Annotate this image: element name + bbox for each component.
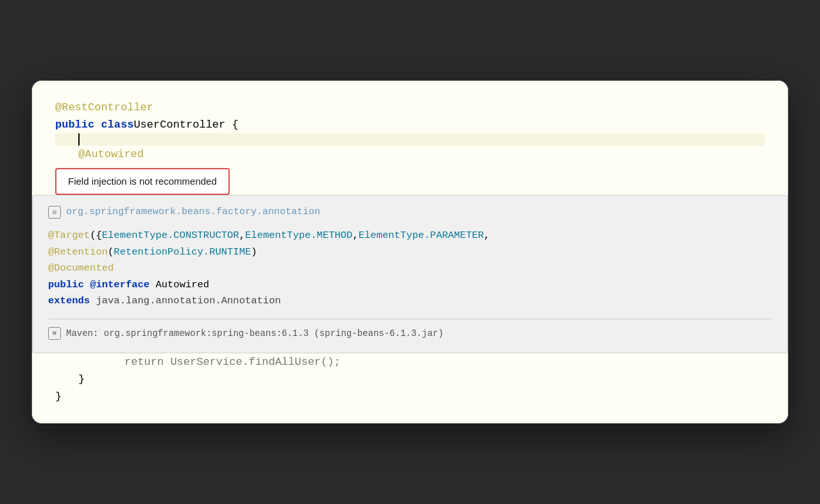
warning-text: Field injection is not recommended xyxy=(68,176,217,187)
top-code-area: @RestController public class UserControl… xyxy=(32,81,788,163)
code-line-class: public class UserController { xyxy=(55,116,765,133)
code-line-annotation: @RestController xyxy=(55,99,765,116)
extends-class: java.lang.annotation.Annotation xyxy=(90,295,281,307)
bottom-code-area: return UserService.findAllUser(); } } xyxy=(32,353,788,424)
code-line-cursor xyxy=(55,133,765,146)
element-type-parameter: ElementType.PARAMETER xyxy=(359,230,484,241)
autowired-name: Autowired xyxy=(149,279,209,290)
maven-icon: ⊞ xyxy=(48,327,61,340)
editor-window: @RestController public class UserControl… xyxy=(31,80,789,424)
bottom-close-brace-1: } xyxy=(55,371,765,388)
class-name: UserController { xyxy=(133,116,238,133)
doc-target-line: @Target({ElementType.CONSTRUCTOR,Element… xyxy=(48,228,772,244)
doc-documented-line: @Documented xyxy=(48,260,772,277)
doc-extends-line: extends java.lang.annotation.Annotation xyxy=(48,293,772,310)
interface-keyword: @interface xyxy=(90,279,149,290)
package-icon: ⊙ xyxy=(48,206,61,219)
package-name: org.springframework.beans.factory.annota… xyxy=(66,206,320,217)
public-keyword: public xyxy=(48,279,84,290)
element-type-method: ElementType.METHOD xyxy=(245,230,352,241)
retention-annotation: @Retention xyxy=(48,246,108,258)
hover-panel: ⊙ org.springframework.beans.factory.anno… xyxy=(32,195,788,353)
maven-text: Maven: org.springframework:spring-beans:… xyxy=(66,328,443,339)
bottom-close-brace-2: } xyxy=(55,388,765,405)
warning-box: Field injection is not recommended xyxy=(55,168,230,195)
documented-annotation: @Documented xyxy=(48,262,114,274)
doc-code-block: @Target({ElementType.CONSTRUCTOR,Element… xyxy=(48,228,772,310)
target-annotation: @Target xyxy=(48,230,90,241)
warning-container: Field injection is not recommended xyxy=(32,163,788,195)
retention-policy: RetentionPolicy.RUNTIME xyxy=(114,246,251,258)
bottom-return-line: return UserService.findAllUser(); xyxy=(55,353,765,371)
maven-line: ⊞ Maven: org.springframework:spring-bean… xyxy=(48,319,772,340)
element-type-constructor: ElementType.CONSTRUCTOR xyxy=(102,230,239,241)
text-cursor xyxy=(78,133,80,146)
doc-retention-line: @Retention(RetentionPolicy.RUNTIME) xyxy=(48,244,772,261)
extends-keyword: extends xyxy=(48,295,90,307)
package-line: ⊙ org.springframework.beans.factory.anno… xyxy=(48,206,772,219)
doc-public-interface-line: public @interface Autowired xyxy=(48,277,772,294)
return-statement: return UserService.findAllUser(); xyxy=(124,353,341,371)
public-class-keyword: public class xyxy=(55,116,133,133)
hover-panel-inner: ⊙ org.springframework.beans.factory.anno… xyxy=(33,196,787,353)
code-line-autowired: @Autowired xyxy=(55,146,765,163)
rest-controller-annotation: @RestController xyxy=(55,99,153,116)
autowired-annotation: @Autowired xyxy=(78,146,144,163)
